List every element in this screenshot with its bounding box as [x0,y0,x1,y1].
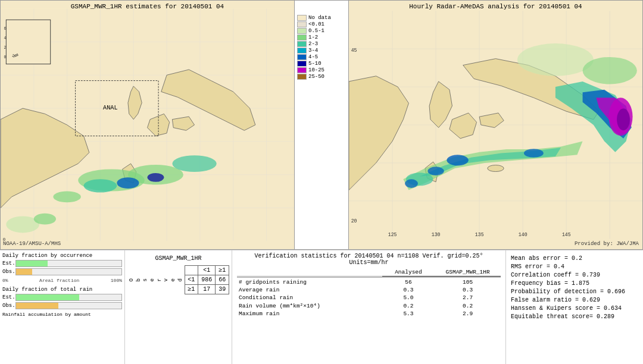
legend-label: 0.5-1 [308,28,324,34]
svg-point-24 [14,55,15,56]
legend-item: <0.01 [297,21,346,27]
svg-point-26 [16,55,17,57]
svg-text:ANAL: ANAL [103,104,118,111]
svg-text:4: 4 [4,36,7,40]
verif-row-1-label: Average rain [237,286,382,294]
svg-text:0: 0 [4,55,7,59]
legend-label: 1-2 [308,34,318,40]
legend-label: 2-3 [308,41,318,47]
svg-point-27 [13,54,14,55]
legend-color-box [297,34,307,40]
svg-point-68 [427,167,444,175]
provided-by-label: Provided by: JWA/JMA [575,241,639,247]
legend-item: 2-3 [297,41,346,47]
left-map-svg: 6 4 2 0 [1,1,294,249]
score-item: RMS error = 0.4 [511,263,638,270]
svg-point-34 [53,192,81,203]
verif-row-4-label: Maximum rain [237,310,382,318]
charts-panel: Daily fraction by occurrence Est. Obs. 0… [0,250,125,364]
verif-row-0-analysed: 56 [382,278,435,286]
contingency-wrapper: Observed <1 ≥1 <1 986 66 [127,265,229,294]
legend-color-box [297,41,307,47]
legend-color-box [297,28,307,34]
svg-point-25 [13,57,14,58]
score-item: Equitable threat score= 0.289 [511,313,638,320]
occurrence-chart-title: Daily fraction by occurrence [2,253,122,259]
verif-row-3-gsmap: 0.2 [435,302,501,310]
score-item: Mean abs error = 0.2 [511,255,638,262]
cont-cell-ge1-ge1: 39 [216,285,229,294]
svg-text:130: 130 [432,232,441,237]
svg-text:145: 145 [562,232,571,237]
contingency-title: GSMAP_MWR_1HR [127,255,229,262]
svg-point-28 [15,56,16,57]
cont-cell-lt1-lt1: 986 [198,275,216,285]
svg-text:2: 2 [4,46,7,50]
x-end-1: 100% [111,278,122,283]
legend-panel: No data<0.010.5-11-22-33-44-55-1010-2525… [295,0,348,250]
legend-item: 5-10 [297,61,346,67]
svg-text:125: 125 [388,232,397,237]
svg-point-21 [15,54,17,55]
svg-point-62 [488,165,504,172]
svg-point-38 [34,214,56,225]
legend-label: 4-5 [308,54,318,60]
verif-row-4-gsmap: 2.9 [435,310,501,318]
svg-point-71 [405,179,418,188]
verif-row-1-analysed: 0.3 [382,286,435,294]
score-item: Hanssen & Kuipers score = 0.634 [511,305,638,312]
score-item: False alarm ratio = 0.629 [511,297,638,303]
obs-bar-1 [15,268,122,275]
score-items-container: Mean abs error = 0.2RMS error = 0.4Corre… [511,255,638,320]
legend-label: 10-25 [308,67,324,73]
cont-header-lt1: <1 [198,266,216,275]
verif-title: Verification statistics for 20140501 04 … [237,253,501,266]
svg-text:135: 135 [475,232,484,237]
legend-color-box [297,61,307,67]
x-start-1: 0% [2,278,8,283]
bottom-row: Daily fraction by occurrence Est. Obs. 0… [0,250,643,364]
obs-label-2: Obs. [2,303,15,309]
svg-point-69 [524,149,544,158]
est-label-2: Est. [2,294,15,300]
legend-color-box [297,21,307,27]
maps-row: GSMAP_MWR_1HR estimates for 20140501 04 [0,0,643,250]
obs-bar-2 [15,302,122,309]
verif-row-3-analysed: 0.2 [382,302,435,310]
svg-text:140: 140 [519,232,527,237]
legend-color-box [297,54,307,60]
legend-item: 1-2 [297,34,346,40]
svg-point-64 [583,57,637,84]
rain-chart-title: Daily fraction of total rain [2,287,122,293]
contingency-panel: GSMAP_MWR_1HR Observed <1 ≥1 <1 986 66 [125,250,232,364]
right-map-title: Hourly Radar-AMeDAS analysis for 2014050… [349,3,642,10]
cont-row-lt1-label: <1 [185,275,198,285]
legend-item: 10-25 [297,67,346,73]
right-map-panel: Hourly Radar-AMeDAS analysis for 2014050… [348,0,643,250]
verif-col-analysed: Analysed [382,268,435,277]
cont-row-ge1-label: ≥1 [185,285,198,294]
legend-color-box [297,67,307,73]
verif-row-2-gsmap: 2.7 [435,294,501,302]
verif-row-2-analysed: 5.0 [382,294,435,302]
svg-point-33 [84,179,117,192]
svg-point-67 [447,155,469,165]
left-map-panel: GSMAP_MWR_1HR estimates for 20140501 04 [0,0,295,250]
legend-label: <0.01 [308,21,324,27]
verif-col-gsmap: GSMAP_MWR_1HR [435,268,501,277]
est-label-1: Est. [2,261,15,266]
legend-label: 3-4 [308,48,318,54]
svg-point-35 [117,177,139,189]
svg-point-22 [13,56,14,57]
rainfall-label: Rainfall accumulation by amount [2,312,122,317]
verif-row-0-gsmap: 105 [435,278,501,286]
verif-panel: Verification statistics for 20140501 04 … [232,250,506,364]
svg-text:6: 6 [4,27,7,31]
legend-label: 5-10 [308,61,322,67]
verif-row-0-label: # gridpoints raining [237,278,382,286]
svg-point-23 [17,54,18,55]
noaa-label: NOAA-19/AMSU-A/MHS [3,241,61,247]
svg-point-32 [172,155,216,172]
verif-row-2-label: Conditional rain [237,294,382,302]
legend-color-box [297,48,307,54]
